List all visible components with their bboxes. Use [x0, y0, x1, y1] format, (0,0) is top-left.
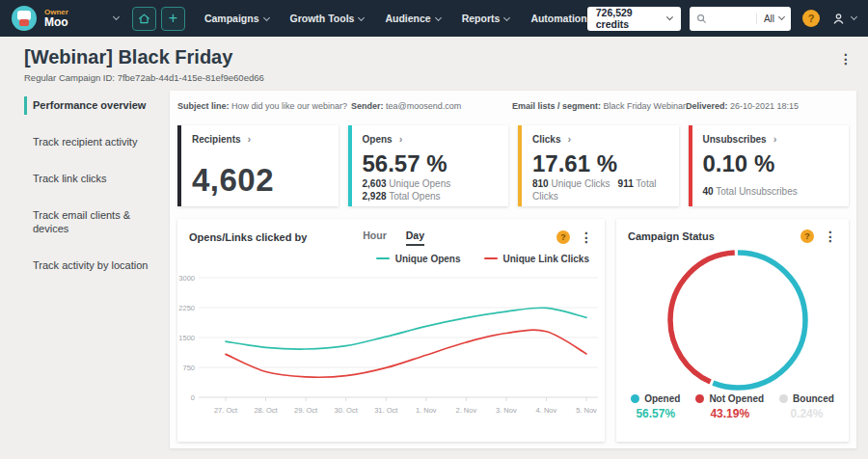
svg-text:4. Nov: 4. Nov [536, 406, 557, 415]
svg-text:750: 750 [182, 363, 195, 371]
nav-growth-tools[interactable]: Growth Tools [290, 13, 365, 24]
search-icon [696, 14, 707, 24]
not-opened-pct: 43.19% [710, 407, 749, 420]
user-icon [831, 12, 846, 26]
svg-text:1. Nov: 1. Nov [416, 406, 437, 415]
legend-unique-opens[interactable]: Unique Opens [376, 254, 461, 264]
help-icon: ? [808, 13, 815, 24]
opens-card-title[interactable]: Opens › [363, 134, 499, 145]
email-lists-segment: Email lists / segment: Black Friday Webi… [512, 101, 686, 113]
nav-audience[interactable]: Audience [385, 13, 440, 24]
recipients-card[interactable]: Recipients › 4,602 [177, 125, 339, 206]
donut-chart-title: Campaign Status [628, 230, 715, 242]
delivered-date: Delivered: 26-10-2021 18:15 [686, 101, 799, 113]
chevron-right-icon: › [248, 134, 252, 145]
home-button[interactable] [132, 7, 156, 31]
kebab-menu-icon[interactable]: ⋮ [839, 52, 853, 66]
unsubscribes-card-title[interactable]: Unsubscribes › [703, 134, 839, 145]
svg-text:0: 0 [191, 392, 195, 401]
unsubscribes-rate: 0.10 % [703, 150, 839, 177]
opens-links-line-chart[interactable]: 075015002250300027. Oct28. Oct29. Oct30.… [177, 268, 605, 432]
clicks-rate: 17.61 % [532, 150, 668, 177]
moosend-logo [12, 6, 37, 31]
credits-label: 726,529 credits [596, 7, 662, 30]
clicks-details: 810 Unique Clicks911 Total Clicks [532, 177, 668, 203]
primary-nav: Campaigns Growth Tools Audience Reports … [204, 13, 587, 24]
sender: Sender: tea@moosend.com [351, 101, 512, 113]
legend-bounced[interactable]: Bounced 0.24% [779, 393, 834, 420]
line-chart-legend: Unique Opens Unique Link Clicks [177, 246, 605, 264]
search-input[interactable] [712, 14, 756, 24]
svg-text:28. Oct: 28. Oct [254, 406, 278, 415]
search-filter-dropdown[interactable]: All [756, 14, 784, 24]
svg-text:3000: 3000 [178, 273, 195, 282]
chevron-right-icon: › [773, 134, 777, 145]
donut-legend: Opened 56.57% Not Opened 43.19% Bounced … [616, 393, 849, 420]
main-navbar: Owner Moo + Campaigns Growth Tools Audie… [0, 0, 868, 37]
kebab-menu-icon[interactable]: ⋮ [824, 230, 837, 243]
help-button[interactable]: ? [802, 10, 820, 27]
account-name: Moo [44, 16, 68, 30]
account-switcher[interactable]: Owner Moo [12, 6, 119, 31]
metric-cards-row: Recipients › 4,602 Opens › 56.57 % 2,603… [170, 113, 856, 206]
nav-campaigns[interactable]: Campaigns [204, 13, 269, 24]
svg-text:2250: 2250 [178, 303, 195, 311]
unsubscribes-card[interactable]: Unsubscribes › 0.10 % 40 Total Unsubscri… [689, 125, 850, 206]
chevron-down-icon [851, 13, 857, 19]
report-sidebar: Performance overview Track recipient act… [24, 96, 161, 293]
chevron-right-icon: › [399, 134, 403, 145]
chevron-down-icon [113, 13, 120, 19]
help-button[interactable]: ? [800, 230, 814, 243]
campaign-id: Regular Campaign ID: 7fbe72ab-44d1-415e-… [24, 72, 264, 83]
line-swatch [484, 257, 498, 259]
opened-dot [631, 394, 639, 403]
toggle-day[interactable]: Day [406, 230, 424, 246]
chevron-down-icon [778, 13, 785, 19]
help-button[interactable]: ? [556, 230, 570, 244]
opens-rate: 56.57 % [363, 150, 499, 177]
help-icon: ? [804, 231, 810, 241]
legend-unique-link-clicks[interactable]: Unique Link Clicks [484, 254, 589, 264]
sidebar-item-link-clicks[interactable]: Track link clicks [24, 170, 161, 188]
home-icon [138, 13, 150, 25]
sidebar-item-performance-overview[interactable]: Performance overview [24, 96, 161, 115]
nav-automation[interactable]: Automation [530, 13, 586, 24]
campaign-status-donut[interactable] [616, 243, 847, 395]
page-title: [Webinar] Black Friday [24, 46, 232, 68]
chevron-down-icon [435, 14, 442, 21]
global-search: All [690, 7, 791, 31]
line-chart-title: Opens/Links clicked by [189, 231, 307, 243]
opens-details: 2,603 Unique Opens 2,928 Total Opens [363, 177, 499, 203]
bounced-dot [779, 394, 788, 403]
credits-dropdown[interactable]: 726,529 credits [587, 7, 681, 31]
legend-opened[interactable]: Opened 56.57% [631, 393, 680, 420]
not-opened-dot [695, 394, 704, 403]
plus-icon: + [169, 10, 177, 27]
user-menu[interactable] [831, 12, 856, 26]
clicks-card[interactable]: Clicks › 17.61 % 810 Unique Clicks911 To… [518, 125, 679, 206]
subject-line: Subject line: How did you like our webin… [177, 101, 351, 113]
sidebar-item-activity-location[interactable]: Track activity by location [24, 256, 161, 275]
svg-text:29. Oct: 29. Oct [294, 406, 318, 415]
recipients-card-title[interactable]: Recipients › [192, 134, 328, 145]
clicks-card-title[interactable]: Clicks › [532, 134, 668, 145]
page-header: [Webinar] Black Friday Regular Campaign … [0, 37, 868, 91]
chevron-down-icon [262, 14, 269, 21]
report-panel: Subject line: How did you like our webin… [170, 91, 856, 448]
sidebar-item-email-clients[interactable]: Track email clients & devices [24, 206, 161, 239]
nav-reports[interactable]: Reports [462, 13, 510, 24]
sidebar-item-recipient-activity[interactable]: Track recipient activity [24, 133, 161, 151]
svg-text:30. Oct: 30. Oct [335, 406, 359, 415]
unsubscribes-details: 40 Total Unsubscribes [703, 185, 839, 199]
toggle-hour[interactable]: Hour [363, 230, 387, 246]
svg-text:5. Nov: 5. Nov [576, 406, 597, 415]
recipients-value: 4,602 [192, 162, 328, 199]
bounced-pct: 0.24% [790, 407, 823, 420]
create-new-button[interactable]: + [161, 7, 185, 31]
opens-card[interactable]: Opens › 56.57 % 2,603 Unique Opens 2,928… [348, 125, 509, 206]
chevron-down-icon [503, 14, 510, 21]
svg-text:31. Oct: 31. Oct [374, 406, 398, 415]
legend-not-opened[interactable]: Not Opened 43.19% [695, 393, 764, 420]
opens-links-chart-card: Opens/Links clicked by Hour Day ? ⋮ Uniq… [177, 219, 605, 442]
kebab-menu-icon[interactable]: ⋮ [580, 230, 593, 244]
